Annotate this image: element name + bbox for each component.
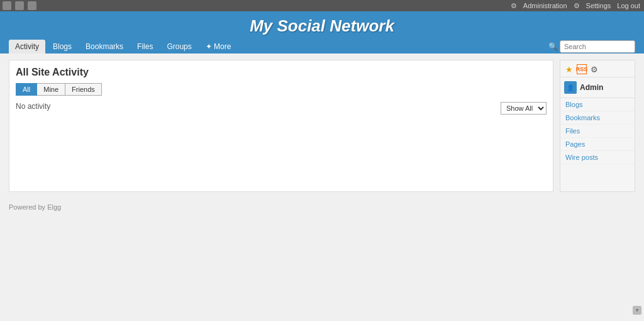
footer: Powered by Elgg: [0, 198, 644, 216]
nav-item-files[interactable]: Files: [131, 40, 159, 54]
nav-item-groups[interactable]: Groups: [160, 40, 197, 54]
filter-friends-button[interactable]: Friends: [65, 83, 102, 96]
filter-all-button[interactable]: All: [16, 83, 37, 96]
site-title: My Social Network: [9, 16, 635, 40]
topbar-settings-gear: ⚙: [574, 2, 580, 10]
no-activity-label: No activity: [16, 102, 50, 111]
sidebar-link-files[interactable]: Files: [560, 125, 635, 138]
sidebar-links: Blogs Bookmarks Files Pages Wire posts: [560, 98, 635, 164]
scroll-thumb[interactable]: [633, 306, 641, 315]
nav-item-blogs[interactable]: Blogs: [47, 40, 78, 54]
header: My Social Network Activity Blogs Bookmar…: [0, 11, 644, 54]
administration-link[interactable]: Administration: [523, 2, 567, 9]
nav-item-more[interactable]: ✦ More: [199, 40, 238, 54]
search-icon: 🔍: [548, 42, 558, 51]
topbar: ⚙ Administration ⚙ Settings Log out: [0, 0, 644, 11]
show-all-select[interactable]: Show All: [501, 102, 547, 115]
topbar-app-icons: [3, 1, 36, 10]
powered-by: Powered by Elgg: [9, 203, 61, 211]
page-title: All Site Activity: [16, 67, 547, 78]
bookmark-icon[interactable]: ★: [564, 64, 574, 74]
people-icon: [15, 1, 24, 10]
filter-buttons: All Mine Friends: [16, 83, 547, 96]
sidebar-link-bookmarks[interactable]: Bookmarks: [560, 111, 635, 125]
sidebar-link-pages[interactable]: Pages: [560, 138, 635, 151]
show-all-area: Show All: [50, 102, 547, 115]
topbar-gear-icon: ⚙: [511, 2, 517, 10]
sidebar: ★ RSS ⚙ 👤 Admin Blogs Bookmarks Files Pa…: [560, 60, 635, 192]
content-wrapper: All Site Activity All Mine Friends No ac…: [0, 54, 644, 198]
sidebar-user: 👤 Admin: [560, 77, 635, 98]
mail-icon: [28, 1, 36, 10]
nav-item-bookmarks[interactable]: Bookmarks: [79, 40, 130, 54]
search-area: 🔍: [548, 40, 635, 53]
search-input[interactable]: [560, 40, 635, 53]
avatar: 👤: [564, 81, 577, 94]
sidebar-icons: ★ RSS ⚙: [560, 60, 635, 77]
rss-icon[interactable]: RSS: [577, 64, 587, 74]
sidebar-settings-icon[interactable]: ⚙: [589, 64, 599, 74]
settings-link[interactable]: Settings: [586, 2, 611, 9]
filter-mine-button[interactable]: Mine: [36, 83, 65, 96]
nav-item-activity[interactable]: Activity: [9, 40, 45, 54]
person-icon: [3, 1, 11, 10]
sidebar-username: Admin: [580, 83, 603, 92]
main-content: All Site Activity All Mine Friends No ac…: [9, 60, 553, 192]
main-nav: Activity Blogs Bookmarks Files Groups ✦ …: [9, 40, 635, 54]
sidebar-link-blogs[interactable]: Blogs: [560, 98, 635, 111]
logout-link[interactable]: Log out: [617, 2, 640, 9]
sidebar-link-wire-posts[interactable]: Wire posts: [560, 151, 635, 164]
activity-area: No activity Show All: [16, 102, 547, 115]
